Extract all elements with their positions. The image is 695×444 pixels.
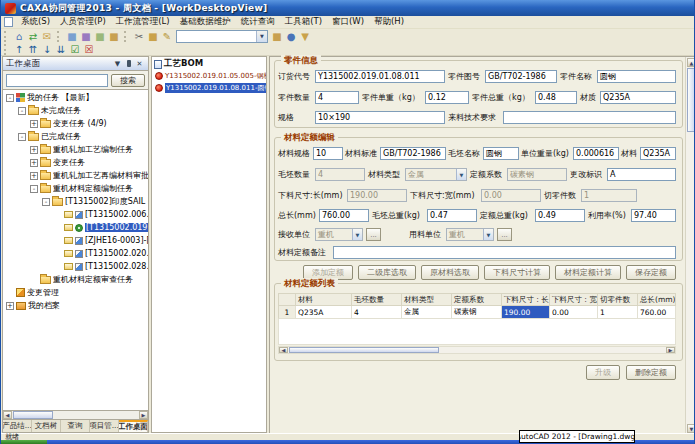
clipboard-icon[interactable]: ■: [270, 30, 284, 43]
tree-item[interactable]: [T1315002.028.02.00]: [3, 260, 148, 273]
column-header[interactable]: 下料尺寸：宽: [550, 293, 598, 306]
tree-item[interactable]: +变更任务 (4/9): [3, 117, 148, 130]
menu-item[interactable]: 统计查询: [236, 16, 280, 28]
table-cell[interactable]: 760.00: [638, 306, 676, 319]
cut-size-calc-button[interactable]: 下料尺寸计算: [484, 265, 550, 280]
change-mark-field[interactable]: A: [607, 168, 676, 181]
toolbar-search-input[interactable]: [177, 31, 256, 42]
tree-item[interactable]: -已完成任务: [3, 130, 148, 143]
tab-document-tree[interactable]: 文档树: [32, 420, 61, 432]
menu-item[interactable]: 帮助(H): [369, 16, 409, 28]
tree-item[interactable]: +我的档案: [3, 299, 148, 312]
tab-project[interactable]: 项目管...: [90, 420, 119, 432]
autocad-taskbar-button[interactable]: AutoCAD 2012 - [Drawing1.dwg]: [519, 430, 635, 443]
table-cell[interactable]: 0.00: [550, 306, 598, 319]
move-bottom-icon[interactable]: ⇊: [54, 43, 68, 56]
scroll-thumb[interactable]: [13, 411, 53, 419]
collapse-icon[interactable]: -: [18, 133, 26, 141]
scroll-down-icon[interactable]: ▼: [687, 424, 695, 433]
remark-field[interactable]: [333, 246, 676, 259]
menu-item[interactable]: 人员管理(P): [55, 16, 111, 28]
column-header[interactable]: 材料类型: [402, 293, 452, 306]
part-total-weight-field[interactable]: 0.48: [535, 91, 577, 104]
tab-query[interactable]: 查询: [61, 420, 90, 432]
menu-item[interactable]: 系统(S): [16, 16, 55, 28]
move-down-icon[interactable]: ↓: [40, 43, 54, 56]
task-reject-icon[interactable]: ☒: [82, 43, 96, 56]
tab-product-tree[interactable]: 产品结...: [3, 420, 32, 432]
format-paint-icon[interactable]: ✎: [160, 30, 174, 43]
copy-icon[interactable]: ■: [65, 30, 79, 43]
tree-item[interactable]: [T1315002.019.01.00]: [3, 221, 148, 234]
menu-item[interactable]: 工具箱(T): [280, 16, 327, 28]
column-header[interactable]: 定额系数: [452, 293, 502, 306]
tree-item[interactable]: +重机轧加工艺再编材料审批任务: [3, 169, 148, 182]
unit-weight-field[interactable]: 0.000616: [573, 147, 619, 160]
scroll-thumb[interactable]: [289, 347, 439, 353]
zoom-icon[interactable]: ●: [284, 30, 298, 43]
scroll-thumb[interactable]: [687, 68, 695, 132]
pin-icon[interactable]: [123, 59, 134, 69]
expand-icon[interactable]: +: [30, 120, 38, 128]
toolbar-grip[interactable]: [4, 31, 10, 42]
move-top-icon[interactable]: ⇈: [26, 43, 40, 56]
total-length-field[interactable]: 760.00: [319, 209, 369, 222]
material-spec-field[interactable]: 10: [313, 147, 343, 160]
tree-item[interactable]: [T1315002.020.05.00]: [3, 247, 148, 260]
part-qty-field[interactable]: 4: [315, 91, 359, 104]
tech-req-field[interactable]: [503, 111, 676, 124]
search-button[interactable]: 搜索: [111, 74, 145, 87]
table-cell[interactable]: 金属: [402, 306, 452, 319]
blank-total-weight-field[interactable]: 0.47: [427, 209, 477, 222]
tree-hscrollbar[interactable]: ◀ ▶: [3, 410, 148, 419]
scroll-right-icon[interactable]: ▶: [666, 347, 675, 353]
filter-icon[interactable]: ▼: [298, 30, 312, 43]
raw-material-pick-button[interactable]: 原材料选取: [421, 265, 479, 280]
bom-item[interactable]: Y1315002.019.01.08.011-圆钢: [152, 82, 266, 94]
tree-item[interactable]: [T1315002.006.05.00]: [3, 208, 148, 221]
column-header[interactable]: 下料尺寸：长: [502, 293, 550, 306]
chevron-down-icon[interactable]: ▼: [256, 31, 267, 42]
paste-icon[interactable]: ■: [146, 30, 160, 43]
mail-icon[interactable]: ✉: [40, 30, 54, 43]
print-preview-icon[interactable]: ■: [107, 30, 121, 43]
close-icon[interactable]: ✕: [134, 59, 145, 69]
cut-icon[interactable]: ✂: [132, 30, 146, 43]
detail-vscrollbar[interactable]: ▲ ▼: [685, 57, 695, 434]
blank-name-field[interactable]: 圆钢: [483, 147, 519, 160]
part-name-field[interactable]: 圆钢: [597, 70, 676, 83]
material-field[interactable]: Q235A: [600, 91, 676, 104]
quota-calc-button[interactable]: 材料定额计算: [555, 265, 621, 280]
collapse-icon[interactable]: -: [30, 185, 38, 193]
expand-icon[interactable]: +: [30, 146, 38, 154]
column-header[interactable]: 切零件数: [598, 293, 638, 306]
table-row[interactable]: 1Q235A4金属碳素钢190.000.001760.00: [278, 306, 676, 319]
tree-item[interactable]: 重机材料定额审查任务: [3, 273, 148, 286]
table-cell[interactable]: Q235A: [296, 306, 352, 319]
tree-item[interactable]: 变更管理: [3, 286, 148, 299]
home-icon[interactable]: ⌂: [12, 30, 26, 43]
toolbar-search-combobox[interactable]: ▼: [176, 30, 268, 43]
tree-item[interactable]: +重机轧加工艺编制任务: [3, 143, 148, 156]
spec-field[interactable]: 10×190: [315, 111, 445, 124]
tab-work-desktop[interactable]: 工作桌面: [119, 420, 148, 432]
table-hscrollbar[interactable]: ◀ ▶: [278, 346, 676, 354]
tree-item[interactable]: -重机材料定额编制任务: [3, 182, 148, 195]
search-input[interactable]: [6, 74, 108, 87]
column-header[interactable]: 材料: [296, 293, 352, 306]
expand-icon[interactable]: +: [30, 159, 38, 167]
tree-item[interactable]: -[T1315002]印度SAIL RH08RL: [3, 195, 148, 208]
table-cell[interactable]: 4: [352, 306, 402, 319]
menu-item[interactable]: 基础数据维护: [175, 16, 236, 28]
expand-icon[interactable]: +: [30, 172, 38, 180]
collapse-icon[interactable]: -: [18, 107, 26, 115]
part-unit-weight-field[interactable]: 0.12: [425, 91, 469, 104]
scroll-up-icon[interactable]: ▲: [687, 58, 695, 67]
copy-all-icon[interactable]: ■: [79, 30, 93, 43]
table-cell[interactable]: 190.00: [502, 306, 550, 319]
tree-item[interactable]: -我的任务 【最新】: [3, 91, 148, 104]
expand-icon[interactable]: +: [6, 302, 14, 310]
toolbar-grip[interactable]: [57, 31, 63, 42]
toolbar-grip[interactable]: [4, 44, 10, 55]
start-button-fragment[interactable]: [1, 440, 47, 444]
